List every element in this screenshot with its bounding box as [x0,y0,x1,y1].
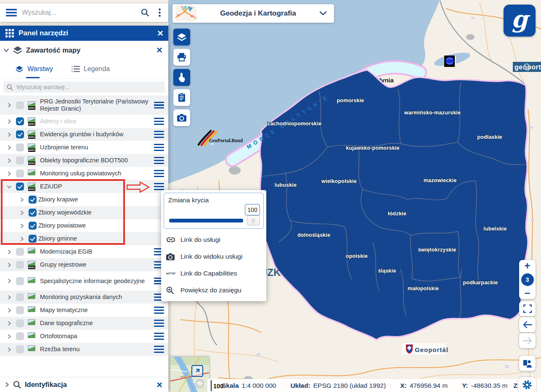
expand-chevron-icon[interactable] [4,249,14,254]
search-button[interactable] [138,5,152,20]
opacity-slider-handle[interactable] [247,215,260,225]
layer-checkbox[interactable] [16,143,24,151]
context-menu-item[interactable]: Link do widoku usługi [161,248,266,265]
print-tool-button[interactable] [173,49,190,66]
expand-chevron-icon[interactable] [4,295,14,300]
layers-tool-button[interactable] [173,29,190,45]
layer-menu-button[interactable] [154,307,164,314]
layer-checkbox[interactable] [29,196,37,204]
tab-label: Warstwy [27,65,53,73]
expand-chevron-icon[interactable] [17,236,27,241]
layer-menu-button[interactable] [154,144,164,151]
layer-checkbox[interactable] [16,261,24,269]
layer-menu-button[interactable] [154,333,164,340]
context-menu-item[interactable]: Link do usługi [161,231,266,248]
layers-icon [13,45,23,55]
main-menu-icon[interactable] [6,9,17,16]
main-search-input[interactable] [21,8,138,17]
expand-chevron-icon[interactable] [4,278,14,283]
layer-checkbox[interactable] [16,277,24,285]
expand-chevron-icon[interactable] [4,347,14,352]
expand-overview-icon[interactable] [191,365,203,377]
panel-header: Panel narzędzi × [0,26,168,41]
layer-menu-button[interactable] [154,183,164,190]
identify-close-button[interactable]: × [156,380,162,390]
profile-selector[interactable]: Geodezja i Kartografia [172,4,334,23]
layer-menu-button[interactable] [154,170,164,177]
expand-chevron-icon[interactable] [17,197,27,202]
layer-checkbox[interactable] [16,345,24,353]
expand-chevron-icon[interactable] [17,210,27,215]
tab-legenda[interactable]: Legenda [72,59,110,78]
expand-chevron-icon[interactable] [4,103,14,108]
expand-chevron-icon[interactable] [4,334,14,339]
next-view-button[interactable] [519,333,536,348]
geoportal-sk-watermark: Geoportál [402,343,448,355]
layer-subrow: Zbiory gminne [0,232,168,245]
layer-checkbox[interactable] [16,293,24,301]
layer-menu-button[interactable] [154,320,164,327]
layer-row: Specjalistyczne informacje geodezyjne [0,271,168,291]
layer-checkbox[interactable] [16,306,24,314]
layer-menu-button[interactable] [154,118,164,125]
identify-search-icon [13,381,21,389]
camera-tool-button[interactable] [173,109,190,126]
opacity-label: Zmiana krycia [168,196,259,204]
layer-checkbox[interactable] [16,101,24,109]
overview-map[interactable] [170,357,209,392]
expand-chevron-icon[interactable] [4,145,14,150]
geoportal-logo[interactable]: g [504,5,536,37]
chevron-right-icon[interactable] [4,382,10,387]
collapse-chevron-icon[interactable] [4,184,14,189]
layer-checkbox[interactable] [16,319,24,327]
layer-checkbox[interactable] [16,170,24,177]
layer-menu-button[interactable] [154,131,164,138]
layer-checkbox[interactable] [29,209,37,217]
identify-section: Identyfikacja × [0,377,168,392]
clipboard-tool-button[interactable] [173,89,190,106]
layer-checkbox[interactable] [29,235,37,243]
expand-chevron-icon[interactable] [4,158,14,163]
main-search-bar [0,3,168,22]
contact-button[interactable] [519,356,536,371]
layer-checkbox[interactable] [16,117,24,125]
voivodeship-label: dolnośląskie [297,232,330,238]
expand-chevron-icon[interactable] [4,119,14,124]
fullscreen-icon [523,305,532,313]
expand-chevron-icon[interactable] [4,321,14,326]
expand-chevron-icon[interactable] [17,223,27,228]
layer-menu-button[interactable] [154,102,164,109]
layer-menu-button[interactable] [154,157,164,164]
layer-checkbox[interactable] [16,248,24,256]
tab-warstwy[interactable]: Warstwy [15,59,53,78]
zoom-in-button[interactable]: + [524,262,530,270]
layer-checkbox[interactable] [16,332,24,340]
panel-close-button[interactable]: × [157,28,163,38]
layer-row: Rzeźba terenu [0,343,168,356]
layer-search-input[interactable] [16,83,162,91]
layer-checkbox[interactable] [29,222,37,230]
previous-view-button[interactable] [519,317,536,332]
expand-chevron-icon[interactable] [4,308,14,313]
touch-tool-button[interactable] [173,69,190,86]
svg-text:GeoPortal.Bund: GeoPortal.Bund [209,138,243,143]
chevron-down-icon[interactable] [3,47,9,53]
expand-chevron-icon[interactable] [4,171,14,176]
context-menu-item[interactable]: HTTPLink do Capabilities [161,265,266,282]
more-options-button[interactable] [152,5,167,20]
context-menu-item[interactable]: Powiększ do zasięgu [161,282,266,299]
layer-checkbox[interactable] [16,130,24,138]
layer-menu-button[interactable] [154,346,164,353]
layer-label: Uzbrojenie terenu [40,144,154,151]
layer-checkbox[interactable] [16,156,24,164]
fullscreen-button[interactable] [519,301,536,316]
scale-value: 1:4 000 000 [242,382,276,389]
opacity-slider-track[interactable] [169,219,243,222]
expand-chevron-icon[interactable] [4,262,14,268]
expand-chevron-icon[interactable] [4,132,14,137]
layer-checkbox[interactable] [16,183,24,191]
opacity-input[interactable] [245,204,260,215]
settings-button[interactable] [518,377,536,392]
zoom-out-button[interactable]: − [524,289,530,297]
map-content-close-button[interactable]: × [156,45,162,55]
